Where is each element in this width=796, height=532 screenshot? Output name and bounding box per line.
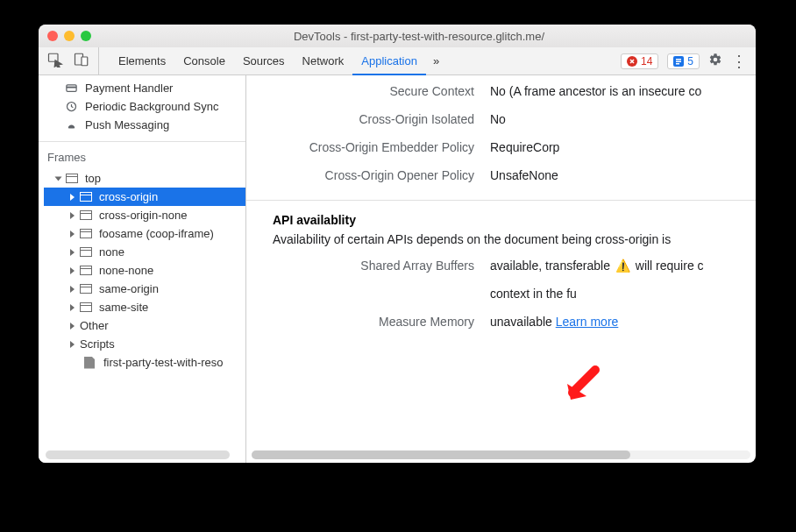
frame-label: cross-origin	[99, 190, 158, 203]
coop-label: Cross-Origin Opener Policy	[246, 168, 474, 182]
frame-icon	[80, 210, 92, 220]
coep-label: Cross-Origin Embedder Policy	[246, 140, 474, 154]
disclosure-icon[interactable]	[70, 341, 75, 348]
svg-rect-7	[676, 63, 679, 65]
disclosure-icon[interactable]	[70, 286, 75, 293]
frame-scripts-folder[interactable]: Scripts	[44, 335, 245, 353]
console-issues-badge[interactable]: 5	[667, 53, 700, 69]
frame-icon	[80, 192, 92, 202]
svg-rect-9	[67, 87, 76, 89]
frame-icon	[80, 266, 92, 275]
devtools-window: DevTools - first-party-test-with-resourc…	[39, 25, 756, 463]
frame-icon	[80, 284, 92, 294]
sidebar-item-label: Payment Handler	[85, 82, 173, 95]
api-availability-heading: API availablity	[246, 200, 756, 232]
tab-network[interactable]: Network	[294, 47, 353, 74]
tab-console[interactable]: Console	[174, 47, 234, 74]
devtools-toolbar: Elements Console Sources Network Applica…	[39, 47, 756, 75]
frame-label: same-site	[99, 301, 148, 314]
svg-rect-6	[676, 60, 681, 62]
coep-value: RequireCorp	[490, 140, 756, 154]
frame-label: top	[85, 172, 101, 185]
frame-same-origin[interactable]: same-origin	[44, 280, 245, 298]
frame-detail-panel: Secure Context No (A frame ancestor is a…	[246, 75, 756, 463]
device-toolbar-icon[interactable]	[74, 52, 89, 70]
frame-icon	[80, 302, 92, 312]
secure-context-value: No (A frame ancestor is an insecure co	[490, 84, 756, 98]
minimize-window-button[interactable]	[64, 31, 75, 41]
frame-icon	[80, 247, 92, 257]
console-errors-badge[interactable]: 14	[621, 53, 658, 69]
disclosure-icon[interactable]	[70, 212, 75, 219]
frame-label: Scripts	[80, 337, 115, 351]
scrollbar-thumb[interactable]	[252, 450, 630, 459]
window-title: DevTools - first-party-test-with-resourc…	[91, 30, 747, 43]
measure-memory-value: unavailable Learn more	[490, 315, 756, 329]
frame-same-site[interactable]: same-site	[44, 298, 245, 316]
zoom-window-button[interactable]	[81, 31, 91, 41]
sidebar-item-label: Periodic Background Sync	[85, 100, 218, 113]
application-sidebar: Payment Handler Periodic Background Sync…	[39, 75, 246, 463]
coop-value: UnsafeNone	[490, 168, 756, 182]
api-availability-desc: Availability of certain APIs depends on …	[246, 232, 756, 255]
frame-label: foosame (coop-iframe)	[99, 227, 214, 240]
shared-array-buffers-label: Shared Array Buffers	[246, 259, 474, 273]
inspect-element-icon[interactable]	[47, 52, 63, 70]
disclosure-icon[interactable]	[70, 323, 75, 330]
sidebar-item-periodic-bg-sync[interactable]: Periodic Background Sync	[39, 97, 245, 116]
window-titlebar: DevTools - first-party-test-with-resourc…	[39, 25, 756, 47]
tab-application[interactable]: Application	[352, 48, 426, 75]
frame-cross-origin[interactable]: cross-origin	[44, 188, 245, 206]
svg-rect-0	[49, 53, 59, 61]
window-controls	[47, 31, 91, 41]
tab-elements[interactable]: Elements	[110, 47, 174, 74]
svg-rect-2	[82, 57, 88, 66]
measure-memory-label: Measure Memory	[246, 315, 474, 329]
frame-cross-origin-none[interactable]: cross-origin-none	[44, 206, 245, 224]
shared-array-buffers-value: available, transferable ⚠️ will require …	[490, 259, 756, 273]
sidebar-item-push-messaging[interactable]: Push Messaging	[39, 116, 245, 134]
frame-icon	[80, 229, 92, 238]
settings-icon[interactable]	[708, 53, 722, 69]
frame-label: none	[99, 245, 124, 259]
disclosure-icon[interactable]	[70, 249, 75, 256]
sidebar-item-payment-handler[interactable]: Payment Handler	[39, 79, 245, 97]
disclosure-icon[interactable]	[70, 267, 75, 274]
close-window-button[interactable]	[47, 31, 58, 41]
error-count: 14	[641, 55, 652, 67]
frame-top[interactable]: top	[44, 169, 245, 188]
disclosure-icon[interactable]	[70, 231, 75, 238]
frame-none-none[interactable]: none-none	[44, 261, 245, 280]
frame-label: none-none	[99, 264, 153, 277]
frame-other-folder[interactable]: Other	[44, 316, 245, 335]
document-label: first-party-test-with-reso	[103, 356, 224, 369]
document-item[interactable]: first-party-test-with-reso	[44, 353, 245, 372]
cross-origin-isolated-label: Cross-Origin Isolated	[246, 112, 474, 126]
frame-label: cross-origin-none	[99, 209, 187, 222]
frame-none[interactable]: none	[44, 243, 245, 261]
secure-context-label: Secure Context	[246, 84, 474, 98]
disclosure-icon[interactable]	[70, 194, 75, 201]
warning-icon: ⚠️	[615, 259, 630, 273]
frame-label: Other	[80, 319, 109, 332]
scrollbar-thumb[interactable]	[46, 450, 230, 459]
document-icon	[84, 357, 95, 369]
frames-section-label: Frames	[39, 142, 245, 169]
svg-rect-5	[676, 59, 681, 60]
frame-label: same-origin	[99, 282, 159, 295]
horizontal-scrollbar[interactable]	[252, 450, 750, 459]
sidebar-item-label: Push Messaging	[85, 118, 169, 131]
sidebar-horizontal-scrollbar[interactable]	[39, 450, 246, 459]
learn-more-link[interactable]: Learn more	[556, 315, 619, 329]
disclosure-icon[interactable]	[70, 304, 75, 311]
frame-foosame[interactable]: foosame (coop-iframe)	[44, 224, 245, 243]
tab-sources[interactable]: Sources	[234, 47, 294, 74]
issues-count: 5	[687, 55, 693, 67]
tab-overflow[interactable]: »	[426, 47, 446, 74]
shared-array-buffers-value-line2: context in the fu	[490, 287, 756, 301]
cross-origin-isolated-value: No	[490, 112, 756, 126]
frame-icon	[66, 174, 78, 183]
disclosure-icon[interactable]	[55, 176, 62, 181]
